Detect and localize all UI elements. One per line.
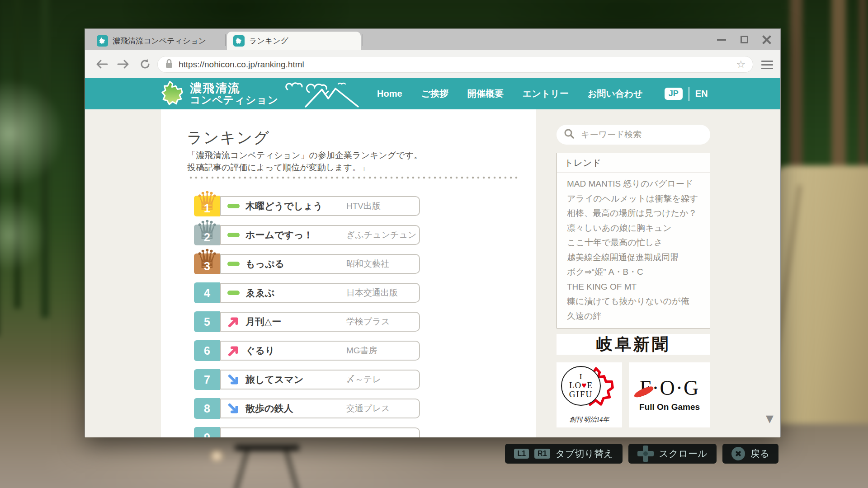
site-header: 濃飛清流 コンペティション Homeご挨拶開催概要エントリーお問い合わせ JP …: [85, 78, 780, 109]
nav-item-greeting[interactable]: ご挨拶: [421, 88, 448, 100]
bookmark-star-icon[interactable]: ☆: [736, 59, 745, 70]
logo-text: 濃飛清流 コンペティション: [190, 82, 278, 106]
trend-list: MAD MANTIS 怒りのバグロードアライのヘルメットは衝撃を躱す相棒、最高の…: [557, 173, 710, 328]
scroll-down-icon[interactable]: ▼: [766, 413, 774, 424]
search-input[interactable]: [580, 129, 703, 140]
hint-tab-switch: L1 R1 タブ切り替え: [505, 444, 622, 464]
l1-button-icon: L1: [514, 449, 529, 459]
ranking-row[interactable]: 7旅してスマン〆～テレ: [161, 370, 536, 399]
tab-ranking[interactable]: ランキング: [227, 32, 361, 50]
tab-bar: 濃飛清流コンペティション ランキング: [85, 29, 780, 50]
hint-back: 戻る: [722, 444, 779, 464]
ranking-row[interactable]: ♛3もっぷる昭和文藝社: [161, 254, 536, 283]
trend-item[interactable]: MAD MANTIS 怒りのバグロード: [567, 177, 703, 192]
ranking-row[interactable]: 4ゑゑぶ日本交通出版: [161, 283, 536, 312]
founded-caption: 創刊 明治14年: [557, 416, 622, 424]
ranking-row[interactable]: 8散歩の鉄人交通プレス: [161, 399, 536, 427]
rank-number: 1: [204, 202, 210, 215]
ranking-row[interactable]: ♛1木曜どうでしょうHTV出版: [161, 196, 536, 225]
trend-item[interactable]: 久遠の絆: [567, 309, 703, 324]
gifu-shimbun-banner[interactable]: 岐阜新聞: [557, 334, 710, 355]
url-text: https://nohicon.co.jp/ranking.html: [179, 60, 736, 70]
rank-badge: ♛1: [194, 196, 220, 216]
rank-badge: 9: [194, 427, 220, 437]
nav-item-contact[interactable]: お問い合わせ: [588, 88, 643, 100]
trend-item[interactable]: ここ十年で最高の忙しさ: [567, 235, 703, 250]
entry-title: 木曜どうでしょう: [245, 200, 323, 212]
browser-toolbar: https://nohicon.co.jp/ranking.html ☆: [85, 50, 780, 78]
fog-banner[interactable]: F·O·G Full On Games: [629, 362, 710, 427]
trend-item[interactable]: 凛々しいあの娘に胸キュン: [567, 221, 703, 236]
lang-en-button[interactable]: EN: [695, 89, 708, 99]
entry-company: ぎふチュンチュン: [346, 229, 417, 241]
fog-subtitle: Full On Games: [639, 402, 700, 412]
gifu-shape-icon: [160, 80, 187, 108]
entry-company: 昭和文藝社: [346, 258, 389, 270]
page-title: ランキング: [187, 127, 270, 148]
main-navigation: Homeご挨拶開催概要エントリーお問い合わせ JP EN: [377, 78, 708, 109]
trend-item[interactable]: THE KING OF MT: [567, 280, 703, 295]
forward-icon[interactable]: [117, 57, 130, 71]
rank-badge: ♛3: [194, 253, 220, 274]
entry-title: もっぷる: [245, 258, 284, 270]
entry-company: HTV出版: [346, 200, 381, 212]
ranking-row[interactable]: 5月刊△ー学検プラス: [161, 312, 536, 341]
lock-icon: [165, 59, 173, 70]
back-icon[interactable]: [95, 57, 108, 71]
i-love-gifu-banner[interactable]: I LO♥E GIFU 創刊 明治14年: [557, 362, 622, 427]
reload-icon[interactable]: [138, 57, 152, 71]
site-logo[interactable]: 濃飛清流 コンペティション: [160, 80, 362, 108]
tab-title: ランキング: [249, 36, 288, 46]
firepit-grill: [235, 445, 299, 450]
menu-icon[interactable]: [761, 61, 773, 69]
close-button[interactable]: [761, 34, 772, 45]
trend-item[interactable]: 越美線全線開通促進期成同盟: [567, 250, 703, 265]
rank-badge: 4: [194, 282, 220, 303]
mountains-clouds-icon: [280, 80, 362, 108]
lang-jp-button[interactable]: JP: [665, 88, 683, 100]
trend-flat-icon: [227, 286, 240, 299]
entry-title: 散歩の鉄人: [245, 402, 293, 415]
trend-header: トレンド: [557, 153, 710, 173]
trend-item[interactable]: 相棒、最高の場所は見つけたか？: [567, 206, 703, 221]
entry-title: 月刊△ー: [245, 315, 281, 328]
minimize-button[interactable]: [716, 34, 727, 45]
nav-item-entry[interactable]: エントリー: [523, 88, 569, 100]
ranking-row[interactable]: ♛2ホームですっ！ぎふチュンチュン: [161, 225, 536, 254]
entry-title: ゑゑぶ: [245, 286, 274, 299]
trend-item[interactable]: ボク⇒“姫” A・B・C: [567, 265, 703, 280]
tab-separator: [363, 34, 363, 46]
x-button-icon: [731, 447, 745, 460]
trend-none-icon: [227, 431, 240, 437]
rank-bar: ぐるりMG書房: [220, 341, 420, 361]
ranking-row[interactable]: 9: [161, 427, 536, 437]
rank-bar: 木曜どうでしょうHTV出版: [220, 196, 420, 216]
rank-badge: 5: [194, 311, 220, 332]
language-switch: JP EN: [665, 87, 708, 101]
screen: 濃飛清流コンペティション ランキング: [0, 0, 868, 488]
rank-bar: ゑゑぶ日本交通出版: [220, 283, 420, 303]
controller-hint-bar: L1 R1 タブ切り替え スクロール 戻る: [505, 444, 778, 464]
trend-up-icon: [227, 344, 240, 357]
url-bar[interactable]: https://nohicon.co.jp/ranking.html ☆: [157, 56, 753, 73]
rank-bar: 旅してスマン〆～テレ: [220, 370, 420, 389]
rank-bar: [220, 427, 420, 437]
nav-item-outline[interactable]: 開催概要: [467, 88, 504, 100]
nav-item-home[interactable]: Home: [377, 89, 402, 99]
tab-competition[interactable]: 濃飛清流コンペティション: [90, 32, 224, 50]
entry-title: ぐるり: [245, 344, 274, 357]
maximize-button[interactable]: [739, 34, 750, 45]
window-controls: [716, 29, 772, 50]
fog-logo: F·O·G: [640, 378, 700, 399]
trend-item[interactable]: アライのヘルメットは衝撃を躱す: [567, 192, 703, 206]
site-favicon-icon: [233, 35, 245, 47]
tab-title: 濃飛清流コンペティション: [113, 36, 206, 46]
ranking-row[interactable]: 6ぐるりMG書房: [161, 341, 536, 370]
trend-down-icon: [227, 402, 240, 415]
dotted-divider: [188, 176, 520, 179]
entry-company: 日本交通出版: [346, 287, 398, 299]
search-box[interactable]: [557, 125, 710, 145]
trend-up-icon: [227, 315, 240, 328]
trend-item[interactable]: 糠に漬けても抜かりないのが俺: [567, 294, 703, 309]
trend-flat-icon: [227, 200, 240, 212]
